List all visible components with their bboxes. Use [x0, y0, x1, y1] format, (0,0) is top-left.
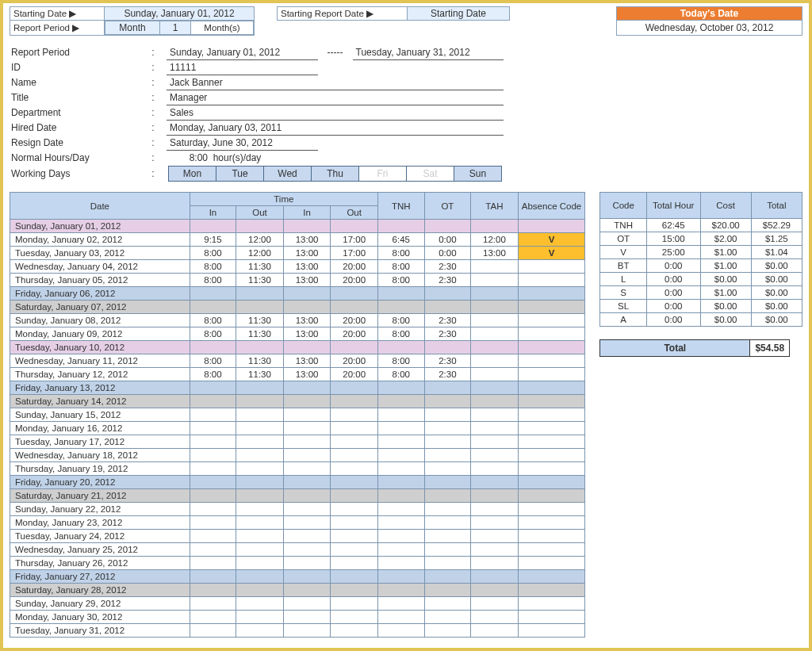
cell[interactable] — [471, 314, 519, 327]
cell[interactable] — [190, 220, 236, 233]
cell[interactable]: 11:30 — [236, 260, 284, 274]
cell[interactable] — [471, 543, 519, 557]
cell[interactable] — [283, 462, 331, 476]
cell[interactable] — [283, 543, 331, 557]
cell[interactable]: Sunday, January 15, 2012 — [10, 408, 190, 422]
cell[interactable]: Wednesday, January 04, 2012 — [10, 260, 190, 274]
cell[interactable] — [471, 381, 519, 395]
cell[interactable]: 8:00 — [190, 260, 236, 274]
cell[interactable] — [236, 435, 284, 449]
cell[interactable] — [518, 274, 585, 287]
cell[interactable]: 20:00 — [331, 260, 378, 274]
cell[interactable]: Wednesday, January 18, 2012 — [10, 449, 190, 462]
cell[interactable] — [190, 489, 236, 503]
cell[interactable] — [471, 584, 519, 597]
cell[interactable] — [331, 530, 378, 543]
cell[interactable] — [518, 489, 585, 503]
cell[interactable]: Saturday, January 28, 2012 — [10, 584, 190, 597]
cell[interactable]: 13:00 — [471, 247, 519, 260]
cell[interactable] — [331, 435, 378, 449]
cell[interactable] — [471, 354, 519, 368]
cell[interactable] — [331, 570, 378, 584]
cell[interactable] — [377, 381, 424, 395]
cell[interactable] — [190, 476, 236, 489]
cell[interactable] — [283, 341, 331, 354]
cell[interactable]: 8:00 — [377, 247, 424, 260]
cell[interactable] — [518, 287, 585, 301]
cell[interactable]: Monday, January 16, 2012 — [10, 422, 190, 435]
cell[interactable]: 13:00 — [283, 354, 331, 368]
cell[interactable]: 8:00 — [377, 314, 424, 327]
cell[interactable] — [283, 557, 331, 570]
cell[interactable] — [377, 557, 424, 570]
cell[interactable] — [190, 301, 236, 314]
cell[interactable] — [377, 395, 424, 408]
starting-date-value[interactable]: Sunday, January 01, 2012 — [105, 7, 255, 21]
cell[interactable]: 2:30 — [424, 260, 471, 274]
cell[interactable] — [331, 395, 378, 408]
cell[interactable] — [424, 503, 471, 516]
cell[interactable]: 8:00 — [377, 354, 424, 368]
cell[interactable] — [424, 395, 471, 408]
cell[interactable] — [424, 381, 471, 395]
cell[interactable] — [331, 503, 378, 516]
cell[interactable] — [377, 301, 424, 314]
cell[interactable] — [518, 611, 585, 624]
cell[interactable] — [424, 584, 471, 597]
cell[interactable]: Thursday, January 12, 2012 — [10, 368, 190, 381]
cell[interactable] — [283, 516, 331, 530]
cell[interactable] — [190, 381, 236, 395]
cell[interactable]: Sunday, January 08, 2012 — [10, 314, 190, 327]
cell[interactable]: Wednesday, January 11, 2012 — [10, 354, 190, 368]
cell[interactable] — [471, 462, 519, 476]
cell[interactable] — [377, 422, 424, 435]
cell[interactable] — [377, 543, 424, 557]
cell[interactable]: 8:00 — [377, 260, 424, 274]
cell[interactable]: Tuesday, January 24, 2012 — [10, 530, 190, 543]
cell[interactable] — [518, 381, 585, 395]
cell[interactable]: 12:00 — [236, 247, 284, 260]
cell[interactable]: 17:00 — [331, 233, 378, 247]
cell[interactable] — [377, 341, 424, 354]
cell[interactable] — [236, 503, 284, 516]
cell[interactable] — [471, 408, 519, 422]
cell[interactable] — [518, 530, 585, 543]
cell[interactable] — [236, 624, 284, 638]
cell[interactable] — [331, 584, 378, 597]
cell[interactable] — [331, 462, 378, 476]
cell[interactable] — [331, 341, 378, 354]
cell[interactable] — [331, 624, 378, 638]
cell[interactable] — [236, 449, 284, 462]
cell[interactable] — [331, 476, 378, 489]
cell[interactable] — [377, 597, 424, 611]
cell[interactable]: Monday, January 02, 2012 — [10, 233, 190, 247]
cell[interactable] — [377, 408, 424, 422]
cell[interactable] — [283, 395, 331, 408]
cell[interactable]: Wednesday, January 25, 2012 — [10, 543, 190, 557]
cell[interactable] — [331, 220, 378, 233]
cell[interactable]: Saturday, January 21, 2012 — [10, 489, 190, 503]
cell[interactable] — [236, 287, 284, 301]
cell[interactable] — [331, 287, 378, 301]
cell[interactable] — [471, 530, 519, 543]
cell[interactable]: 13:00 — [283, 233, 331, 247]
cell[interactable] — [236, 408, 284, 422]
cell[interactable]: 13:00 — [283, 368, 331, 381]
cell[interactable]: 2:30 — [424, 368, 471, 381]
cell[interactable] — [331, 597, 378, 611]
cell[interactable] — [283, 220, 331, 233]
cell[interactable] — [236, 584, 284, 597]
cell[interactable] — [331, 489, 378, 503]
cell[interactable]: 0:00 — [424, 233, 471, 247]
cell[interactable] — [283, 422, 331, 435]
cell[interactable] — [190, 597, 236, 611]
cell[interactable] — [424, 624, 471, 638]
cell[interactable] — [377, 449, 424, 462]
cell[interactable] — [190, 557, 236, 570]
cell[interactable]: 11:30 — [236, 314, 284, 327]
cell[interactable] — [236, 341, 284, 354]
cell[interactable] — [518, 435, 585, 449]
cell[interactable]: 8:00 — [190, 368, 236, 381]
cell[interactable] — [471, 503, 519, 516]
cell[interactable]: 8:00 — [190, 247, 236, 260]
